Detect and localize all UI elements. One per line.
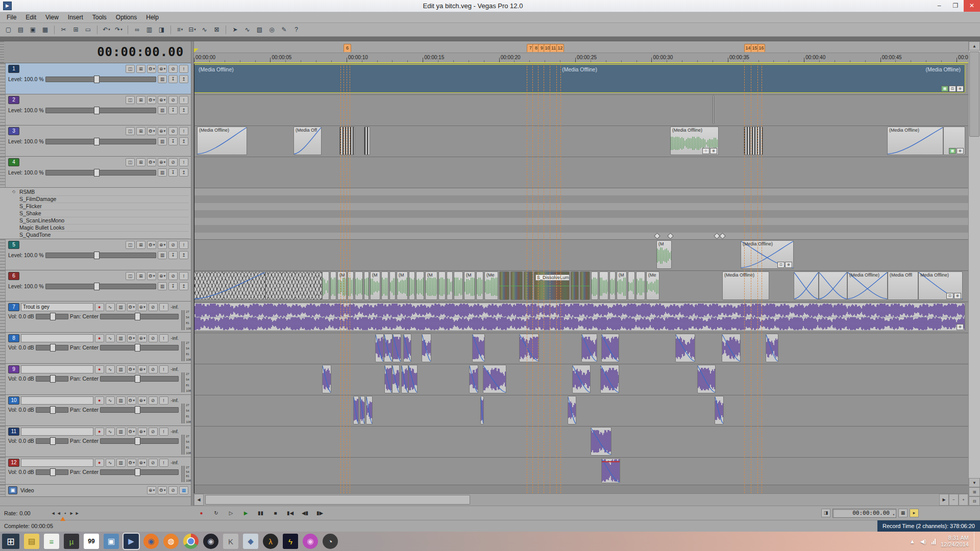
project-properties-button[interactable]: ▦	[39, 24, 51, 35]
minimize-button[interactable]: –	[931, 0, 947, 12]
invert-track-phase-button[interactable]: ∿	[106, 459, 115, 467]
make-compositing-child-button[interactable]: ↧	[168, 75, 178, 83]
timeline-event[interactable]	[384, 334, 393, 362]
vertical-scrollbar[interactable]: ▲ ▼ ⊞ ⊟	[968, 41, 980, 506]
notepad-app-taskbar-icon[interactable]: ≡	[44, 534, 59, 549]
track-fx-button[interactable]: ⚙▾	[147, 65, 156, 73]
silver-app-taskbar-icon[interactable]: ◆	[243, 534, 258, 549]
menu-insert[interactable]: Insert	[63, 13, 88, 22]
timeline-event[interactable]	[265, 271, 322, 300]
timeline-event[interactable]	[393, 334, 401, 362]
timeline-event[interactable]	[360, 396, 365, 424]
track-row-2[interactable]	[194, 95, 968, 126]
copy-button[interactable]: ⊞	[70, 24, 82, 35]
timeline-event[interactable]	[483, 365, 506, 393]
track-grip[interactable]	[0, 485, 6, 496]
compositing-mode-button[interactable]: ▥	[158, 75, 167, 83]
timeline-event[interactable]	[454, 271, 463, 300]
track-fx-button[interactable]: ⚙▾	[127, 396, 136, 405]
track-meter-button[interactable]: ▥	[116, 334, 126, 342]
timeline-event[interactable]	[476, 271, 483, 300]
invert-track-phase-button[interactable]: ∿	[106, 396, 115, 405]
track-fx-button[interactable]: ⚙▾	[147, 96, 156, 104]
prev-frame-button[interactable]: ◀▮	[298, 508, 312, 518]
pan-slider[interactable]	[100, 345, 179, 350]
track-name-field[interactable]	[21, 459, 93, 467]
loop-region-flag[interactable]	[194, 48, 199, 53]
track-header-9[interactable]: 9●∿▥⚙▾⊕▾⊘!-Inf.Vol:0.0 dBPan:Center27548…	[0, 364, 191, 395]
timeline-event[interactable]	[472, 334, 485, 362]
fx-plugin-item[interactable]: S_Flicker	[19, 203, 189, 210]
track-grip[interactable]	[0, 94, 6, 125]
timeline-event[interactable]	[389, 271, 396, 300]
vol-slider[interactable]	[36, 469, 68, 475]
dark-app-taskbar-icon[interactable]: µ	[64, 534, 79, 549]
automation-settings-button[interactable]: ⊕▾	[138, 303, 147, 311]
lock-envelopes-button[interactable]: ∿	[199, 24, 210, 35]
track-fx-button[interactable]: ⚙▾	[147, 127, 156, 135]
pink-app-taskbar-icon[interactable]: ◉	[303, 534, 318, 549]
timecode-grip[interactable]	[0, 41, 4, 63]
timecode-display[interactable]: 00:00:00.00	[0, 41, 191, 63]
timeline-event[interactable]	[722, 334, 741, 362]
menu-view[interactable]: View	[41, 13, 63, 22]
track-motion-button[interactable]: ⊞	[136, 65, 145, 73]
menu-tools[interactable]: Tools	[88, 13, 111, 22]
track-zoom-in-button[interactable]: ⊞	[969, 487, 980, 496]
track-header-2[interactable]: 2◫⊞⚙▾⊕▾⊘!Level:100.0 %▥↧↥	[0, 94, 191, 126]
track-header-6[interactable]: 6◫⊞⚙▾⊕▾⊘!Level:100.0 %▥↧↥	[0, 270, 191, 302]
solo-button[interactable]: !	[179, 65, 188, 73]
whats-this-help-button[interactable]: ?	[290, 24, 302, 35]
automation-settings-button[interactable]: ⊕▾	[158, 158, 167, 166]
keyframe[interactable]	[719, 233, 726, 239]
maximize-button[interactable]: ❐	[947, 0, 964, 12]
timeline-event[interactable]: ▦⊕	[943, 127, 965, 155]
track-zoom-out-button[interactable]: ⊟	[969, 496, 980, 506]
timeline-event[interactable]: (M	[656, 240, 672, 269]
timeline-event[interactable]	[636, 271, 645, 300]
level-slider[interactable]	[45, 108, 157, 113]
bus-mute-button[interactable]: ⊘	[168, 486, 178, 494]
fx-plugin-item[interactable]: S_FilmDamage	[19, 196, 189, 203]
marker-tab-12[interactable]: 12	[556, 44, 564, 52]
timeline-event[interactable]	[322, 271, 329, 300]
solo-button[interactable]: !	[179, 127, 188, 135]
paint-tool-button[interactable]: ✎	[278, 24, 290, 35]
timeline-event[interactable]	[355, 271, 363, 300]
automation-settings-button[interactable]: ⊕▾	[158, 127, 167, 135]
track-grip[interactable]	[0, 126, 6, 156]
track-row-9[interactable]	[194, 364, 968, 395]
make-compositing-parent-button[interactable]: ↥	[179, 282, 188, 290]
open-project-button[interactable]: ▤	[15, 24, 27, 35]
track-meter-button[interactable]: ▥	[116, 396, 126, 405]
go-to-start-button[interactable]: ▮◀	[283, 508, 297, 518]
play-from-start-button[interactable]: ▷	[224, 508, 238, 518]
track-name-field[interactable]: Trout is gey	[21, 303, 93, 311]
automation-settings-button[interactable]: ⊕▾	[158, 96, 167, 104]
track-grip[interactable]	[0, 395, 6, 425]
keyframe[interactable]	[667, 233, 674, 239]
redo-button[interactable]: ↷▾	[113, 24, 125, 35]
level-slider[interactable]	[45, 253, 157, 258]
menu-options[interactable]: Options	[111, 13, 141, 22]
track-fx-button[interactable]: ⚙▾	[127, 459, 136, 467]
grid-button[interactable]: ▦	[898, 509, 908, 517]
timeline-event[interactable]	[194, 271, 265, 300]
timeline-event[interactable]	[568, 396, 576, 424]
timeline-event[interactable]	[339, 127, 355, 155]
track-header-12[interactable]: 12●∿▥⚙▾⊕▾⊘!-Inf.Vol:0.0 dBPan:Center2754…	[0, 457, 191, 485]
scroll-right-button[interactable]: ▶	[939, 494, 949, 506]
bypass-motion-blur-button[interactable]: ◫	[126, 65, 135, 73]
solo-button[interactable]: !	[159, 428, 168, 436]
track-meter-button[interactable]: ▥	[116, 459, 126, 467]
track-name-field[interactable]	[21, 334, 93, 342]
timeline-event[interactable]: (Media Offline)⊹⊕	[670, 127, 719, 155]
make-compositing-parent-button[interactable]: ↥	[179, 168, 188, 177]
next-frame-button[interactable]: ▮▶	[313, 508, 327, 518]
pause-button[interactable]: ▮▮	[254, 508, 267, 518]
mute-button[interactable]: ⊘	[149, 459, 158, 467]
event-button[interactable]: ⊕	[957, 324, 964, 330]
track-motion-button[interactable]: ⊞	[136, 158, 145, 166]
track-grip[interactable]	[0, 63, 6, 94]
timeline-event[interactable]	[744, 127, 763, 155]
